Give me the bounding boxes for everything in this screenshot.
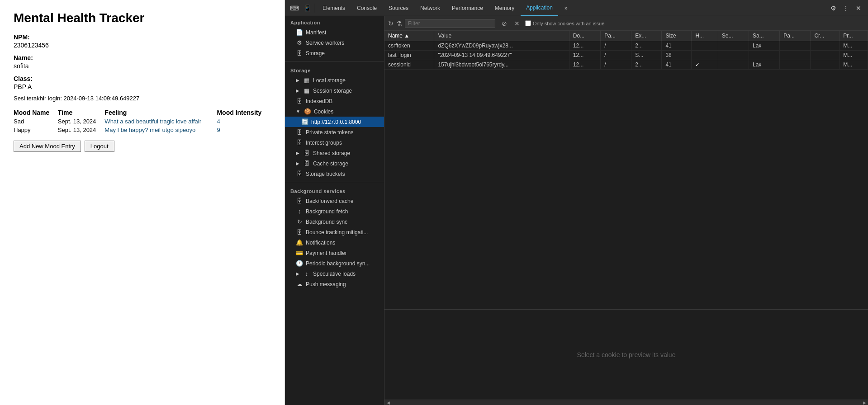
tab-sources[interactable]: Sources [383,0,414,16]
col-header-domain[interactable]: Do... [569,31,600,41]
sidebar-label-indexeddb: IndexedDB [306,98,332,104]
sidebar-item-storage-main[interactable]: 🗄 Storage [285,48,384,58]
cookie-priority: M... [840,51,868,60]
scroll-left-arrow[interactable]: ◀ [384,400,392,405]
filter-actions: ⊘ ✕ Only show cookies with an issue [500,20,604,27]
scroll-track[interactable] [392,401,861,405]
sidebar-label-manifest: Manifest [306,29,326,36]
bg-services-section-header: Background services [285,185,384,196]
devtools-main-content: ↻ ⚗ ⊘ ✕ Only show cookies with an issue [384,16,868,405]
sidebar-item-speculative-loads[interactable]: ▶ ↕ Speculative loads [285,268,384,279]
scroll-right-arrow[interactable]: ▶ [861,400,868,405]
cookie-expires: 2... [631,41,662,51]
col-header-httponly[interactable]: H... [692,31,718,41]
cookie-table: Name ▲ Value Do... Pa... Ex... Size H...… [384,31,868,70]
interest-groups-icon: 🗄 [296,139,303,146]
clear-filter-icon[interactable]: ⊘ [500,20,509,27]
close-filter-icon[interactable]: ✕ [512,20,522,27]
cookie-crosssite [811,41,840,51]
cookie-preview-text: Select a cookie to preview its value [577,351,676,358]
mood-time: Sept. 13, 2024 [58,117,105,126]
cookie-table-row[interactable]: sessionid 157ujhi3bdwoot5oi765ryrdy... 1… [384,60,868,70]
col-header-size[interactable]: Size [662,31,692,41]
col-header-partitioned[interactable]: Pa... [780,31,811,41]
col-header-path[interactable]: Pa... [601,31,631,41]
cookie-samesite: Lax [749,60,779,70]
col-header-samesite[interactable]: Sa... [749,31,779,41]
only-cookies-checkbox-input[interactable] [525,20,531,26]
name-value: sofita [14,62,271,70]
sidebar-item-cookies[interactable]: ▼ 🍪 Cookies [285,106,384,117]
sidebar-item-session-storage[interactable]: ▶ ▦ Session storage [285,85,384,96]
cookie-name: csrftoken [384,41,434,51]
more-options-icon[interactable]: ⋮ [840,2,852,14]
sidebar-item-manifest[interactable]: 📄 Manifest [285,27,384,38]
settings-icon[interactable]: ⚙ [827,2,839,14]
tab-memory[interactable]: Memory [489,0,520,16]
cookie-preview: Select a cookie to preview its value [384,309,868,400]
devtools-device-icon[interactable]: 📱 [301,2,313,14]
sidebar-item-bounce-tracking[interactable]: 🗄 Bounce tracking mitigati... [285,227,384,237]
sidebar-item-service-workers[interactable]: ⚙ Service workers [285,38,384,48]
tab-more[interactable]: » [559,0,573,16]
sidebar-item-cookies-url[interactable]: 🔄 http://127.0.0.1:8000 [285,117,384,127]
devtools-cursor-icon[interactable]: ⌨ [289,2,300,14]
close-devtools-icon[interactable]: ✕ [853,2,864,14]
sidebar-label-service-workers: Service workers [306,40,344,46]
sidebar-item-push-messaging[interactable]: ☁ Push messaging [285,279,384,289]
name-label: Name: [14,54,271,61]
sidebar-item-background-fetch[interactable]: ↕ Background fetch [285,206,384,217]
mood-table: Mood Name Time Feeling Mood Intensity Sa… [14,108,271,134]
cookie-table-row[interactable]: csrftoken dZQ6zXYwZD09pRuyawjx28... 12..… [384,41,868,51]
filter-input[interactable] [405,19,495,28]
mood-name: Sad [14,117,58,126]
sidebar-label-bounce-tracking: Bounce tracking mitigati... [306,229,368,235]
sidebar-item-payment-handler[interactable]: 💳 Payment handler [285,248,384,258]
mood-table-row: Happy Sept. 13, 2024 May I be happy? mei… [14,126,271,134]
add-mood-button[interactable]: Add New Mood Entry [14,141,81,152]
sidebar-item-back-forward-cache[interactable]: 🗄 Back/forward cache [285,196,384,206]
col-header-expires[interactable]: Ex... [631,31,662,41]
sidebar-item-indexeddb[interactable]: 🗄 IndexedDB [285,96,384,106]
mood-header-feeling: Feeling [104,108,217,117]
sidebar-label-cookies-url: http://127.0.0.1:8000 [311,119,361,125]
tab-elements[interactable]: Elements [317,0,351,16]
sidebar-item-background-sync[interactable]: ↻ Background sync [285,217,384,227]
page-title: Mental Health Tracker [14,11,271,25]
sidebar-item-local-storage[interactable]: ▶ ▦ Local storage [285,75,384,85]
mood-name: Happy [14,126,58,134]
tab-console[interactable]: Console [351,0,382,16]
tab-performance[interactable]: Performance [446,0,489,16]
background-sync-icon: ↻ [296,218,303,225]
sidebar-item-storage-buckets[interactable]: 🗄 Storage buckets [285,169,384,179]
refresh-icon[interactable]: ↻ [388,20,394,27]
cookie-crosssite [811,60,840,70]
mood-time: Sept. 13, 2024 [58,126,105,134]
tab-application[interactable]: Application [521,0,558,16]
toolbar-separator-1 [315,4,315,13]
only-cookies-with-issue-checkbox[interactable]: Only show cookies with an issue [525,20,604,26]
sidebar-item-shared-storage[interactable]: ▶ 🗄 Shared storage [285,148,384,158]
sidebar-item-interest-groups[interactable]: 🗄 Interest groups [285,137,384,148]
col-header-secure[interactable]: Se... [718,31,749,41]
devtools-toolbar: ⌨ 📱 Elements Console Sources Network Per… [285,0,868,16]
col-header-crosssite[interactable]: Cr... [811,31,840,41]
horizontal-scrollbar[interactable]: ◀ ▶ [384,400,868,405]
cookie-httponly: ✓ [692,60,718,70]
mood-intensity: 9 [217,126,271,134]
cookie-size: 38 [662,51,692,60]
sidebar-item-cache-storage[interactable]: ▶ 🗄 Cache storage [285,158,384,169]
sidebar-item-periodic-bg-sync[interactable]: 🕐 Periodic background syn... [285,258,384,268]
action-buttons: Add New Mood Entry Logout [14,141,271,152]
tab-network[interactable]: Network [415,0,446,16]
col-header-priority[interactable]: Pr... [840,31,868,41]
divider-1 [285,61,384,61]
manifest-icon: 📄 [296,29,303,36]
mood-header-name: Mood Name [14,108,58,117]
logout-button[interactable]: Logout [85,141,114,152]
col-header-name[interactable]: Name ▲ [384,31,434,41]
sidebar-item-private-state-tokens[interactable]: 🗄 Private state tokens [285,127,384,137]
sidebar-item-notifications[interactable]: 🔔 Notifications [285,237,384,248]
col-header-value[interactable]: Value [434,31,569,41]
cookie-table-row[interactable]: last_login "2024-09-13 14:09:49.649227" … [384,51,868,60]
